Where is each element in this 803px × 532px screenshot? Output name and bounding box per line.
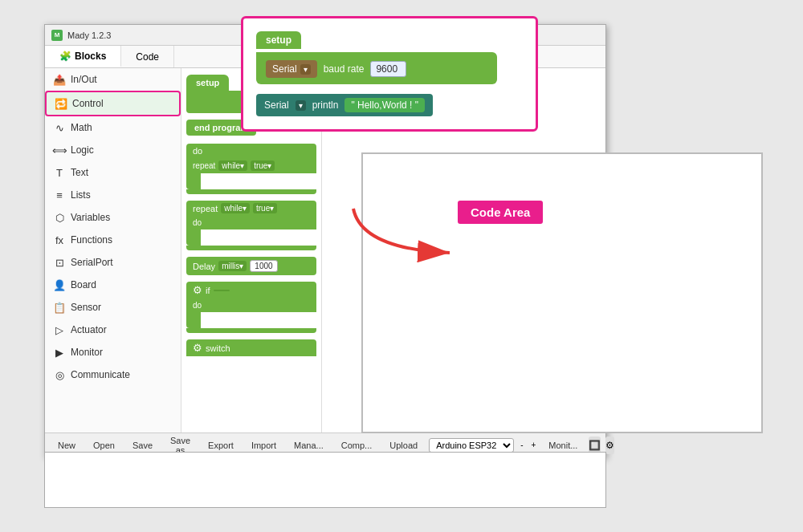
variables-icon: ⬡	[53, 211, 66, 224]
open-button[interactable]: Open	[87, 439, 121, 452]
text-icon: T	[53, 166, 66, 179]
lists-icon: ≡	[53, 189, 66, 201]
baud-rate-text: baud rate	[324, 63, 365, 75]
hello-world-string: " Hello,World ! "	[344, 98, 425, 112]
sensor-icon: 📋	[53, 301, 66, 314]
sidebar-item-lists[interactable]: ≡ Lists	[45, 184, 181, 206]
if-condition	[214, 290, 230, 291]
if-gear-icon: ⚙	[193, 284, 202, 296]
red-arrow	[345, 201, 458, 267]
switch-gear-icon: ⚙	[193, 342, 202, 354]
sidebar-item-variables[interactable]: ⬡ Variables	[45, 206, 181, 229]
sidebar: 📤 In/Out 🔁 Control ∿ Math ⟺ Logic T Text…	[45, 68, 181, 433]
communicate-icon: ◎	[53, 368, 66, 381]
code-area-panel	[361, 152, 763, 433]
while-pill-1: while▾	[218, 160, 247, 171]
board-icon: 👤	[53, 278, 66, 291]
upload-button[interactable]: Upload	[383, 439, 424, 452]
println-label: println	[312, 99, 339, 111]
baud-value[interactable]: 9600	[370, 61, 406, 77]
control-icon: 🔁	[55, 97, 67, 110]
popup-setup-label: setup	[256, 31, 301, 49]
true-pill-2: true▾	[253, 203, 277, 213]
new-button[interactable]: New	[51, 439, 82, 452]
bottom-text-area	[44, 452, 606, 508]
device-select[interactable]: Arduino ESP32	[429, 438, 514, 453]
plus-btn[interactable]: +	[531, 441, 536, 449]
math-icon: ∿	[53, 121, 66, 134]
actuator-icon: ▷	[53, 323, 66, 336]
sidebar-item-board[interactable]: 👤 Board	[45, 274, 181, 296]
monitor-icon: ▶	[53, 346, 66, 359]
serial-dropdown-2[interactable]: ▾	[296, 100, 306, 111]
repeat-while-do-block[interactable]: repeat while▾ true▾ do	[186, 201, 316, 250]
minus-btn[interactable]: -	[520, 441, 523, 449]
save-button[interactable]: Save	[126, 439, 159, 452]
inout-icon: 📤	[53, 73, 66, 86]
sidebar-item-actuator[interactable]: ▷ Actuator	[45, 319, 181, 341]
tab-code[interactable]: Code	[121, 46, 174, 67]
sidebar-item-logic[interactable]: ⟺ Logic	[45, 139, 181, 161]
if-block[interactable]: ⚙ if do	[186, 282, 316, 333]
do-repeat-while-block[interactable]: do repeat while▾ true▾	[186, 144, 316, 194]
setup-block-label[interactable]: setup	[186, 75, 229, 91]
app-logo: M	[51, 30, 63, 41]
sidebar-item-sensor[interactable]: 📋 Sensor	[45, 296, 181, 319]
monitor-button[interactable]: Monit...	[542, 439, 584, 452]
millis-dropdown[interactable]: millis▾	[218, 261, 247, 271]
serialport-icon: ⊡	[53, 256, 66, 269]
blocks-tab-icon: 🧩	[59, 51, 71, 62]
while-pill-2: while▾	[221, 203, 250, 213]
serial-dropdown[interactable]: ▾	[300, 64, 311, 75]
serial-label-2: Serial	[264, 99, 289, 111]
switch-block[interactable]: ⚙ switch	[186, 339, 316, 356]
serial-baud-block[interactable]: Serial ▾	[266, 60, 317, 78]
sidebar-item-control[interactable]: 🔁 Control	[45, 91, 181, 116]
tab-blocks[interactable]: 🧩 Blocks	[45, 46, 121, 67]
sidebar-item-functions[interactable]: fx Functions	[45, 229, 181, 251]
logic-icon: ⟺	[53, 144, 66, 156]
sidebar-item-monitor[interactable]: ▶ Monitor	[45, 341, 181, 363]
compile-button[interactable]: Comp...	[335, 439, 379, 452]
manage-button[interactable]: Mana...	[287, 439, 330, 452]
import-button[interactable]: Import	[245, 439, 283, 452]
settings-icon-button[interactable]: ⚙	[605, 437, 614, 454]
sidebar-item-communicate[interactable]: ◎ Communicate	[45, 363, 181, 386]
functions-icon: fx	[53, 234, 66, 246]
serial-println-block[interactable]: Serial ▾ println " Hello,World ! "	[256, 94, 433, 116]
app-title: Mady 1.2.3	[67, 30, 111, 40]
sidebar-item-math[interactable]: ∿ Math	[45, 116, 181, 139]
sidebar-item-text[interactable]: T Text	[45, 161, 181, 184]
export-button[interactable]: Export	[202, 439, 240, 452]
sidebar-item-serialport[interactable]: ⊡ SerialPort	[45, 251, 181, 274]
delay-block[interactable]: Delay millis▾ 1000	[186, 257, 316, 275]
true-pill-1: true▾	[251, 160, 275, 171]
delay-value[interactable]: 1000	[250, 260, 277, 272]
popup-setup-blocks: setup Serial ▾ baud rate 9600 Serial ▾ p…	[241, 16, 538, 132]
sidebar-item-inout[interactable]: 📤 In/Out	[45, 68, 181, 91]
code-area-label: Code Area	[458, 201, 543, 224]
